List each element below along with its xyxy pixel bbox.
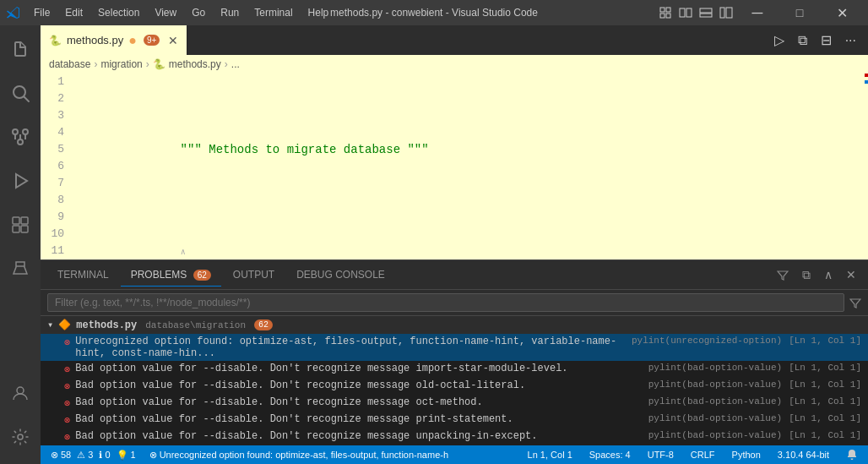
language-text: Python — [732, 450, 761, 460]
file-group-icon: 🔶 — [58, 319, 71, 331]
problem-source-3: pylint(bad-option-value) — [648, 379, 782, 390]
tab-problems[interactable]: PROBLEMS 62 — [121, 264, 221, 287]
layout-icon-1[interactable] — [657, 4, 674, 21]
layout-icon-3[interactable] — [697, 4, 714, 21]
filter-input[interactable] — [47, 293, 844, 312]
tab-error-badge: 9+ — [144, 35, 160, 46]
status-encoding[interactable]: UTF-8 — [644, 450, 677, 460]
menu-terminal[interactable]: Terminal — [247, 5, 299, 20]
line-num-5: 5 — [51, 141, 64, 158]
more-button[interactable]: ··· — [840, 31, 861, 50]
svg-rect-4 — [680, 8, 685, 17]
breadcrumb-dots[interactable]: ... — [231, 58, 240, 70]
svg-rect-0 — [660, 8, 665, 12]
activity-account[interactable] — [0, 373, 41, 413]
tab-bar: 🐍 methods.py ● 9+ ✕ ▷ ⧉ ⊟ ··· — [41, 25, 868, 55]
tab-methods-py[interactable]: 🐍 methods.py ● 9+ ✕ — [41, 25, 187, 55]
status-python-version[interactable]: 3.10.4 64-bit — [774, 450, 833, 460]
line-num-7: 7 — [51, 175, 64, 192]
panel-filter-icon[interactable] — [772, 266, 794, 283]
svg-rect-5 — [686, 8, 692, 17]
tab-label: methods.py — [67, 34, 123, 46]
status-language[interactable]: Python — [729, 450, 764, 460]
status-line-ending[interactable]: CRLF — [687, 450, 719, 460]
menu-go[interactable]: Go — [185, 5, 212, 20]
menu-run[interactable]: Run — [214, 5, 246, 20]
file-group-header[interactable]: ▾ 🔶 methods.py database\migration 62 — [41, 316, 868, 334]
maximize-button[interactable]: □ — [780, 0, 819, 25]
status-message[interactable]: ⊗ Unrecognized option found: optimize-as… — [146, 450, 452, 461]
position-text: Ln 1, Col 1 — [528, 450, 572, 460]
status-errors[interactable]: ⊗ 58 ⚠ 3 ℹ 0 💡 1 — [47, 450, 139, 461]
panel-close-button[interactable]: ✕ — [841, 266, 861, 283]
custom-layout-icon[interactable] — [718, 4, 735, 21]
line-num-6: 6 — [51, 158, 64, 175]
status-position[interactable]: Ln 1, Col 1 — [524, 450, 576, 460]
breadcrumb-migration[interactable]: migration — [100, 58, 142, 70]
activity-settings[interactable] — [0, 417, 41, 457]
error-count: 58 — [61, 450, 71, 460]
problem-row-3[interactable]: ⊗ Bad option value for --disable. Don't … — [41, 378, 868, 395]
line-ending-text: CRLF — [691, 450, 715, 460]
run-button[interactable]: ▷ — [769, 30, 789, 50]
python-version-text: 3.10.4 64-bit — [778, 450, 829, 460]
menu-selection[interactable]: Selection — [91, 5, 146, 20]
svg-point-21 — [17, 387, 24, 394]
activity-run-debug[interactable] — [0, 161, 41, 201]
warning-icon: ⚠ — [77, 450, 85, 461]
filter-funnel-icon[interactable] — [849, 296, 861, 309]
breadcrumb-filename[interactable]: methods.py — [169, 58, 221, 70]
filter-bar — [41, 290, 868, 316]
activity-explorer[interactable] — [0, 29, 41, 69]
breadcrumb: database › migration › 🐍 methods.py › ..… — [41, 55, 868, 74]
code-editor[interactable]: 1 2 3 4 5 6 7 8 9 10 11 """ Methods to m… — [41, 74, 868, 259]
menu-view[interactable]: View — [148, 5, 183, 20]
breadcrumb-sep-2: › — [146, 58, 149, 70]
file-group-path: database\migration — [145, 320, 246, 330]
status-notification-bell[interactable] — [843, 449, 861, 461]
line-num-8: 8 — [51, 192, 64, 209]
tab-debug-console[interactable]: DEBUG CONSOLE — [286, 264, 395, 286]
svg-rect-17 — [21, 217, 28, 224]
title-bar-menu: File Edit Selection View Go Run Terminal… — [27, 5, 335, 20]
problem-text-1: Unrecognized option found: optimize-ast,… — [75, 336, 625, 359]
problems-tab-label: PROBLEMS — [131, 269, 187, 281]
menu-file[interactable]: File — [27, 5, 57, 20]
status-spaces[interactable]: Spaces: 4 — [586, 450, 634, 460]
activity-source-control[interactable] — [0, 117, 41, 157]
tab-modified-badge: ● — [128, 33, 137, 48]
activity-extensions[interactable] — [0, 205, 41, 245]
problem-row-5[interactable]: ⊗ Bad option value for --disable. Don't … — [41, 412, 868, 429]
problems-content[interactable]: ▾ 🔶 methods.py database\migration 62 ⊗ U… — [41, 316, 868, 445]
breadcrumb-database[interactable]: database — [49, 58, 90, 70]
layout-button[interactable]: ⊟ — [816, 30, 837, 50]
split-editor-button[interactable]: ⧉ — [793, 31, 812, 50]
close-button[interactable]: ✕ — [822, 0, 861, 25]
tab-output[interactable]: OUTPUT — [223, 264, 285, 286]
spaces-text: Spaces: 4 — [589, 450, 631, 460]
minimize-button[interactable]: ─ — [738, 0, 777, 25]
problem-pos-6: [Ln 1, Col 1] — [789, 430, 861, 440]
problem-row-6[interactable]: ⊗ Bad option value for --disable. Don't … — [41, 429, 868, 445]
svg-point-12 — [13, 129, 18, 134]
panel-copy-button[interactable]: ⧉ — [797, 266, 816, 284]
tab-close-button[interactable]: ✕ — [168, 34, 178, 47]
error-icon-1: ⊗ — [64, 336, 70, 349]
activity-search[interactable] — [0, 73, 41, 113]
svg-rect-2 — [660, 14, 665, 18]
problem-row-2[interactable]: ⊗ Bad option value for --disable. Don't … — [41, 361, 868, 378]
activity-testing[interactable] — [0, 248, 41, 289]
menu-edit[interactable]: Edit — [58, 5, 90, 20]
tab-toolbar: ▷ ⧉ ⊟ ··· — [769, 30, 868, 50]
panel-collapse-button[interactable]: ∧ — [819, 266, 838, 283]
layout-icon-2[interactable] — [677, 4, 694, 21]
problem-row-1[interactable]: ⊗ Unrecognized option found: optimize-as… — [41, 334, 868, 361]
problem-pos-5: [Ln 1, Col 1] — [789, 413, 861, 423]
panel-toolbar: ⧉ ∧ ✕ — [772, 266, 861, 284]
svg-point-22 — [18, 434, 23, 439]
problem-pos-1: [Ln 1, Col 1] — [789, 336, 861, 346]
tab-terminal[interactable]: TERMINAL — [47, 264, 119, 286]
problem-row-4[interactable]: ⊗ Bad option value for --disable. Don't … — [41, 395, 868, 412]
error-icon-3: ⊗ — [64, 380, 70, 393]
line-num-1: 1 — [51, 74, 64, 90]
